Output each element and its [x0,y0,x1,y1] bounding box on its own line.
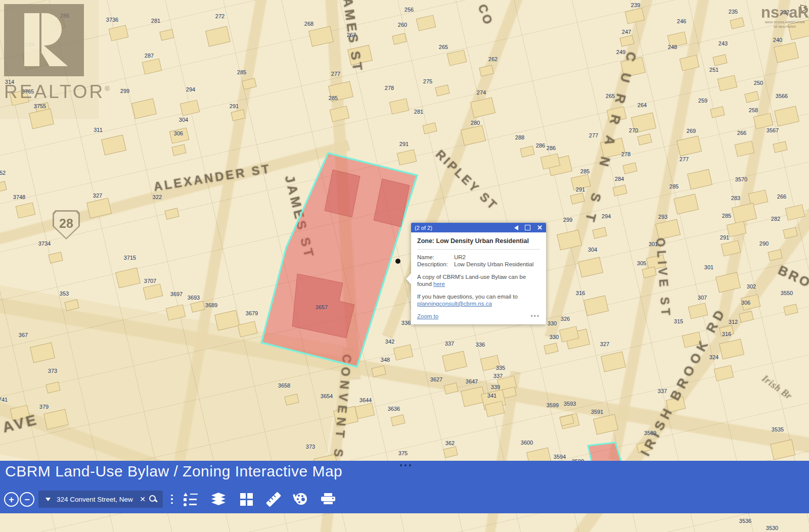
parcel-number-label: 52 [0,170,6,176]
zoom-to-link[interactable]: Zoom to [417,313,438,319]
street-label: Irish Br [760,373,794,402]
parcel-number-label: 337 [493,373,503,379]
parcel-number-label: 278 [385,85,394,91]
parcel-number-label: 277 [331,71,340,77]
parcel-number-label: 301 [649,241,658,247]
building [447,50,467,66]
building [673,194,699,214]
parcel-number-label: 311 [94,127,103,133]
print-button[interactable] [319,491,337,508]
description-value: Low Density Urban Residential [454,261,533,268]
parcel-number-label: 312 [729,319,738,325]
popup-paging-label: (2 of 2) [415,225,514,231]
parcel-number-label: 248 [668,44,677,50]
parcel-number-label: 235 [729,9,738,15]
popup-header: (2 of 2) ✕ [411,223,546,232]
parcel-number-label: 268 [304,21,313,27]
parcel-number-label: 260 [398,22,407,28]
street-label: CO [475,3,496,28]
parcel-number-label: 330 [550,334,559,340]
building [622,162,637,174]
zoom-in-button[interactable]: + [4,492,19,507]
building [393,344,414,360]
building [101,134,126,155]
building [164,208,179,219]
realtor-logo-icon [4,4,84,76]
printer-icon [321,493,335,505]
search-box[interactable]: 324 Convent Street, New ✕ [38,491,163,508]
app-window: 28 JAMES STJAMES STALEXANDER STRIPLEY ST… [0,0,809,532]
building [544,343,558,354]
popup-leader-arrow [406,273,411,284]
parcel-number-label: 285 [329,95,338,101]
building [397,149,417,165]
parcel-number-label: 281 [151,18,160,24]
close-icon[interactable]: ✕ [537,225,543,230]
building [774,106,799,126]
popup-footer: Zoom to ••• [417,313,540,320]
parcel-number-label: 305 [637,260,646,266]
building [205,26,231,46]
map-canvas[interactable]: 28 JAMES STJAMES STALEXANDER STRIPLEY ST… [0,0,809,532]
building [730,17,744,29]
parcel-number-label: 3734 [38,240,51,247]
parcel-number-label: 3593 [564,401,576,407]
parcel-number-label: 3715 [124,255,136,261]
parcel-number-label: 278 [621,151,631,157]
route-number: 28 [59,216,73,231]
planning-email-link[interactable]: planningconsult@cbrm.ns.ca [417,301,492,307]
building [389,98,410,114]
parcel-number-label: 3567 [767,127,779,133]
bylaw-here-link[interactable]: here [433,281,445,287]
parcel-number-label: 288 [515,134,524,140]
ruler-icon [266,492,281,507]
basemap-button[interactable] [237,491,255,508]
popup-body: Zone: Low Density Urban Residential Name… [411,232,546,324]
parcel-number-label: 287 [145,53,154,59]
parcel-number-label: 3570 [735,176,747,182]
parcel-number-label: 315 [674,318,683,324]
previous-feature-icon[interactable] [514,225,518,230]
layers-button[interactable] [209,491,228,508]
parcel-number-label: 306 [174,130,183,136]
popup-more-options[interactable]: ••• [530,313,540,320]
parcel-number-label: 277 [680,156,689,162]
search-dropdown-icon[interactable] [46,498,51,501]
draw-button[interactable] [291,491,309,508]
building [355,403,375,419]
parcel-number-label: 304 [179,117,188,123]
parcel-number-label: 275 [423,78,432,84]
parcel-number-label: 307 [698,295,707,301]
parcel-number-label: 258 [749,107,758,113]
parcel-number-label: 337 [445,341,454,347]
search-input[interactable]: 324 Convent Street, New [57,496,136,503]
parcel-number-label: 3591 [591,409,603,415]
building [744,91,759,103]
map-more-dots[interactable] [400,464,411,466]
search-clear-icon[interactable]: ✕ [140,495,146,503]
parcel-number-label: 3535 [772,426,784,432]
nsar-ns-text: ns [761,6,779,19]
building [688,303,708,319]
parcel-number-label: 326 [561,316,570,322]
building [159,29,174,40]
building [714,365,734,381]
building [0,181,7,192]
parcel-number-label: 3594 [554,454,566,460]
parcel-number-label: 3636 [388,406,400,412]
parcel-number-label: 375 [398,450,408,456]
parcel-number-label: 266 [777,194,786,200]
measure-button[interactable] [264,491,283,508]
parcel-number-label: 240 [773,37,782,43]
building [180,100,200,116]
bylaw-paragraph: A copy of CBRM's Land-use Bylaw can be f… [417,273,540,287]
street-label: CURRAN ST [579,50,639,235]
parcel-number-label: 3654 [321,393,333,399]
parcel-number-label: 294 [186,86,195,92]
zoom-out-button[interactable]: − [20,492,34,507]
legend-button[interactable] [182,491,200,508]
building [115,267,141,288]
more-tools-button[interactable] [163,491,181,508]
maximize-icon[interactable] [525,225,530,230]
search-icon[interactable] [149,495,157,503]
